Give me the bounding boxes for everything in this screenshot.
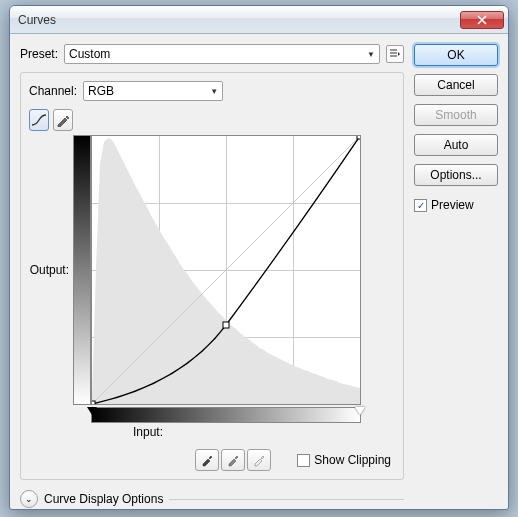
show-clipping-checkbox[interactable]	[297, 454, 310, 467]
curve-display-options-toggle[interactable]: ⌄	[20, 490, 38, 508]
ok-button[interactable]: OK	[414, 44, 498, 66]
svg-rect-3	[357, 136, 360, 139]
gray-point-eyedropper[interactable]	[221, 449, 245, 471]
window-title: Curves	[18, 13, 460, 27]
curve-svg	[92, 136, 360, 404]
svg-rect-1	[92, 401, 95, 404]
black-point-slider[interactable]	[87, 407, 97, 415]
curve-graph[interactable]	[91, 135, 361, 405]
curve-display-options-label: Curve Display Options	[44, 492, 163, 506]
curve-tool-icon	[31, 113, 47, 127]
white-point-slider[interactable]	[355, 407, 365, 415]
eyedropper-icon	[200, 453, 214, 467]
preset-select[interactable]: Custom ▼	[64, 44, 380, 64]
preview-checkbox[interactable]: ✓	[414, 199, 427, 212]
cancel-button[interactable]: Cancel	[414, 74, 498, 96]
smooth-button: Smooth	[414, 104, 498, 126]
chevron-down-icon: ▼	[367, 50, 375, 59]
close-icon	[477, 15, 487, 25]
channel-value: RGB	[88, 84, 114, 98]
titlebar[interactable]: Curves	[10, 6, 508, 34]
channel-label: Channel:	[29, 84, 77, 98]
curves-panel: Channel: RGB ▼	[20, 72, 404, 480]
expand-icon: ⌄	[25, 494, 33, 504]
pencil-tool-icon	[56, 113, 70, 127]
preview-label: Preview	[431, 198, 474, 212]
preset-value: Custom	[69, 47, 110, 61]
show-clipping-label: Show Clipping	[314, 453, 391, 467]
curve-tool-button[interactable]	[29, 109, 49, 131]
eyedropper-icon	[252, 453, 266, 467]
output-gradient	[73, 135, 91, 405]
svg-rect-2	[223, 322, 229, 328]
black-point-eyedropper[interactable]	[195, 449, 219, 471]
preset-label: Preset:	[20, 47, 58, 61]
divider	[169, 499, 404, 500]
output-label: Output:	[30, 263, 69, 277]
eyedropper-icon	[226, 453, 240, 467]
preset-menu-button[interactable]	[386, 45, 404, 63]
pencil-tool-button[interactable]	[53, 109, 73, 131]
auto-button[interactable]: Auto	[414, 134, 498, 156]
channel-select[interactable]: RGB ▼	[83, 81, 223, 101]
curves-dialog: Curves Preset: Custom ▼ Channel:	[9, 5, 509, 510]
close-button[interactable]	[460, 11, 504, 29]
chevron-down-icon: ▼	[210, 87, 218, 96]
white-point-eyedropper[interactable]	[247, 449, 271, 471]
options-button[interactable]: Options...	[414, 164, 498, 186]
preset-menu-icon	[389, 48, 401, 60]
input-gradient[interactable]	[91, 407, 361, 423]
input-label: Input:	[133, 425, 163, 439]
